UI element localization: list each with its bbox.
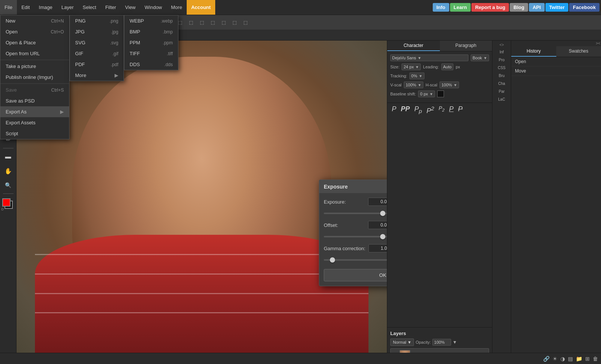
opacity-arrow[interactable]: ▼	[453, 340, 457, 345]
mini-bru[interactable]: Bru	[498, 72, 506, 79]
exposure-ok-btn[interactable]: OK	[324, 269, 387, 281]
align-center-tool[interactable]: ⬚	[187, 19, 195, 26]
nav-bug-btn[interactable]: Report a bug	[471, 3, 509, 12]
export-bmp[interactable]: BMP .bmp	[124, 26, 178, 37]
small-caps-icon[interactable]: P2	[437, 104, 446, 116]
export-jpg[interactable]: JPG .jpg	[70, 26, 124, 37]
swatches-tab[interactable]: Swatches	[556, 46, 601, 57]
underline-icon[interactable]: P	[448, 104, 455, 116]
bold-icon[interactable]: PP	[399, 104, 411, 116]
text-color-swatch[interactable]	[437, 91, 444, 97]
nav-info-btn[interactable]: Info	[433, 3, 449, 12]
status-contrast-icon[interactable]: ◑	[560, 356, 565, 362]
menu-take-picture[interactable]: Take a picture	[0, 61, 69, 72]
menu-file[interactable]: File	[0, 0, 17, 15]
menu-open-place[interactable]: Open & Place	[0, 37, 69, 48]
history-collapse[interactable]: ><	[596, 41, 600, 45]
exposure-input[interactable]	[368, 198, 387, 206]
mini-css[interactable]: CSS	[497, 64, 506, 71]
paragraph-tab[interactable]: Paragraph	[440, 41, 492, 51]
export-png[interactable]: PNG .png	[70, 15, 124, 26]
menu-window[interactable]: Window	[140, 0, 166, 15]
menu-layer[interactable]: Layer	[57, 0, 79, 15]
hscal-select[interactable]: 100% ▼	[439, 82, 459, 88]
menu-save[interactable]: Save Ctrl+S	[0, 85, 69, 95]
mini-cha[interactable]: Cha	[497, 80, 506, 87]
canvas-area[interactable]: Exposure ✕ Exposure: Offset:	[17, 41, 387, 364]
nav-blog-btn[interactable]: Blog	[510, 3, 528, 12]
menu-filter[interactable]: Filter	[101, 0, 121, 15]
shape-tool[interactable]: ▬	[2, 150, 15, 163]
status-brightness-icon[interactable]: ☀	[553, 356, 557, 362]
menu-open-url[interactable]: Open from URL	[0, 48, 69, 59]
exposure-slider[interactable]	[324, 210, 387, 217]
menu-save-psd[interactable]: Save as PSD	[0, 95, 69, 106]
menu-view[interactable]: View	[121, 0, 140, 15]
export-svg[interactable]: SVG .svg	[70, 37, 124, 48]
mini-inf[interactable]: Inf	[499, 48, 504, 56]
character-tab[interactable]: Character	[387, 41, 440, 51]
pan-tool[interactable]: ✋	[2, 164, 15, 178]
nav-api-btn[interactable]: API	[529, 3, 545, 12]
export-tiff[interactable]: TIFF .tiff	[124, 48, 178, 59]
blend-mode-select[interactable]: Normal ▼	[390, 338, 414, 346]
export-pdf[interactable]: PDF .pdf	[70, 59, 124, 70]
export-webp[interactable]: WEBP .webp	[124, 15, 178, 26]
export-dds[interactable]: DDS .dds	[124, 59, 178, 70]
history-item-open[interactable]: Open	[511, 57, 601, 66]
offset-slider-thumb[interactable]	[380, 234, 385, 239]
baseline-select[interactable]: 0 px ▼	[418, 91, 435, 97]
menu-edit[interactable]: Edit	[17, 0, 34, 15]
leading-select[interactable]: Auto	[441, 63, 454, 70]
gamma-slider-thumb[interactable]	[330, 257, 335, 263]
mini-par[interactable]: Par	[498, 88, 506, 95]
transform-tool[interactable]: ⬚	[219, 19, 228, 26]
align-right-tool[interactable]: ⬚	[198, 19, 206, 26]
menu-export-as[interactable]: Export As ▶	[0, 106, 69, 117]
size-select[interactable]: 24 px ▼	[402, 63, 421, 70]
menu-script[interactable]: Script	[0, 128, 69, 139]
menu-export-assets[interactable]: Export Assets	[0, 117, 69, 128]
vscal-select[interactable]: 100% ▼	[404, 82, 423, 88]
gamma-slider[interactable]	[324, 256, 387, 264]
mini-panel-collapse[interactable]: <>	[500, 43, 504, 47]
offset-slider[interactable]	[324, 233, 387, 240]
mini-pro[interactable]: Pro	[498, 56, 506, 63]
mini-lac[interactable]: LaC	[497, 96, 506, 103]
history-tab[interactable]: History	[511, 46, 556, 57]
arrange-tool[interactable]: ⬚	[241, 19, 250, 26]
tracking-select[interactable]: 0% ▼	[409, 72, 424, 79]
menu-account[interactable]: Account	[187, 0, 215, 15]
foreground-color-swatch[interactable]	[2, 198, 11, 207]
subscript-icon[interactable]: Pp	[413, 104, 423, 116]
nav-twitter-btn[interactable]: Twitter	[545, 3, 569, 12]
export-more[interactable]: More ▶	[70, 70, 124, 81]
status-arrange-icon[interactable]: ⊞	[585, 356, 590, 362]
zoom-tool[interactable]: 🔍	[2, 178, 15, 192]
opacity-input[interactable]	[432, 339, 451, 346]
export-ppm[interactable]: PPM .ppm	[124, 37, 178, 48]
menu-publish[interactable]: Publish online (Imgur)	[0, 72, 69, 83]
export-gif[interactable]: GIF .gif	[70, 48, 124, 59]
distribute-tool[interactable]: ⬚	[208, 19, 217, 26]
menu-open[interactable]: Open Ctrl+O	[0, 26, 69, 37]
font-family-select[interactable]: DejaVu Sans ▼	[390, 54, 468, 61]
nav-facebook-btn[interactable]: Facebook	[569, 3, 599, 12]
status-folder-icon[interactable]: 📁	[576, 356, 582, 362]
warp-tool[interactable]: ⬚	[230, 19, 239, 26]
strikethrough-icon[interactable]: P	[457, 104, 464, 116]
gamma-input[interactable]	[368, 244, 387, 252]
history-item-move[interactable]: Move	[511, 66, 601, 76]
menu-new[interactable]: New Ctrl+N	[0, 15, 69, 26]
menu-image[interactable]: Image	[34, 0, 57, 15]
status-layers-icon[interactable]: ▤	[568, 356, 573, 362]
status-delete-icon[interactable]: 🗑	[593, 356, 598, 362]
menu-more[interactable]: More	[166, 0, 187, 15]
nav-learn-btn[interactable]: Learn	[450, 3, 471, 12]
italic-icon[interactable]: P	[390, 104, 398, 116]
font-style-select[interactable]: Book ▼	[471, 54, 489, 61]
offset-input[interactable]	[368, 221, 387, 229]
superscript-icon[interactable]: P2	[425, 104, 435, 116]
exposure-slider-thumb[interactable]	[380, 211, 385, 216]
status-link-icon[interactable]: 🔗	[543, 356, 550, 362]
